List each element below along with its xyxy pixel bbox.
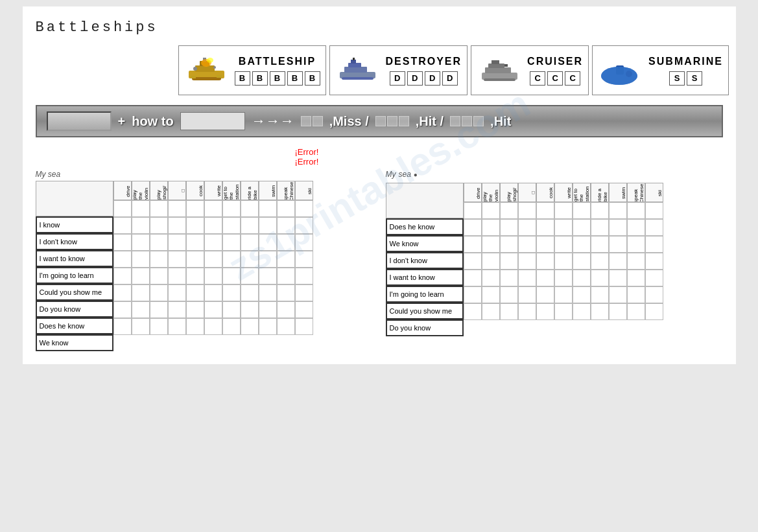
rcell-1-3[interactable]: [500, 202, 518, 219]
rcell-1-6[interactable]: [554, 202, 573, 219]
rcell-5-3[interactable]: [500, 270, 518, 286]
cell-5-3[interactable]: [150, 268, 168, 284]
rcell-4-11[interactable]: [645, 253, 663, 270]
cell-2-2[interactable]: [132, 217, 150, 234]
rcell-2-10[interactable]: [627, 219, 645, 236]
rcell-4-6[interactable]: [554, 253, 573, 270]
cell-4-2[interactable]: [132, 251, 150, 268]
rcell-6-11[interactable]: [645, 286, 663, 303]
cell-8-6[interactable]: [204, 318, 222, 335]
cell-5-6[interactable]: [204, 268, 222, 284]
cell-7-9[interactable]: [259, 301, 277, 318]
rcell-2-6[interactable]: [554, 219, 573, 236]
cell-8-8[interactable]: [241, 318, 259, 335]
rcell-4-4[interactable]: [518, 253, 536, 270]
cell-3-2[interactable]: [132, 234, 150, 251]
cell-6-10[interactable]: [277, 284, 295, 301]
rcell-5-7[interactable]: [573, 270, 591, 286]
cell-5-9[interactable]: [259, 268, 277, 284]
cell-5-7[interactable]: [222, 268, 241, 284]
cell-6-7[interactable]: [222, 284, 241, 301]
cell-8-5[interactable]: [186, 318, 204, 335]
cell-8-11[interactable]: [295, 318, 313, 335]
banner-verb-input[interactable]: [180, 112, 245, 130]
cell-5-5[interactable]: [186, 268, 204, 284]
rcell-3-1[interactable]: [464, 236, 482, 253]
rcell-5-6[interactable]: [554, 270, 573, 286]
rcell-2-4[interactable]: [518, 219, 536, 236]
cell-7-5[interactable]: [186, 301, 204, 318]
cell-6-8[interactable]: [241, 284, 259, 301]
cell-6-9[interactable]: [259, 284, 277, 301]
rcell-5-2[interactable]: [482, 270, 500, 286]
rcell-3-2[interactable]: [482, 236, 500, 253]
rcell-7-4[interactable]: [518, 303, 536, 320]
cell-3-7[interactable]: [222, 234, 241, 251]
cell-4-1[interactable]: [113, 251, 132, 268]
cell-3-3[interactable]: [150, 234, 168, 251]
rcell-7-5[interactable]: [536, 303, 554, 320]
cell-1-3[interactable]: [150, 200, 168, 217]
rcell-3-5[interactable]: [536, 236, 554, 253]
cell-8-1[interactable]: [113, 318, 132, 335]
cell-8-2[interactable]: [132, 318, 150, 335]
cell-3-11[interactable]: [295, 234, 313, 251]
cell-4-5[interactable]: [186, 251, 204, 268]
cell-4-11[interactable]: [295, 251, 313, 268]
cell-3-5[interactable]: [186, 234, 204, 251]
rcell-1-1[interactable]: [464, 202, 482, 219]
rcell-6-7[interactable]: [573, 286, 591, 303]
rcell-3-11[interactable]: [645, 236, 663, 253]
cell-5-4[interactable]: [168, 268, 186, 284]
cell-4-8[interactable]: [241, 251, 259, 268]
cell-2-8[interactable]: [241, 217, 259, 234]
rcell-2-1[interactable]: [464, 219, 482, 236]
rcell-6-8[interactable]: [591, 286, 609, 303]
rcell-7-6[interactable]: [554, 303, 573, 320]
rcell-5-11[interactable]: [645, 270, 663, 286]
rcell-1-8[interactable]: [591, 202, 609, 219]
cell-1-10[interactable]: [277, 200, 295, 217]
cell-4-10[interactable]: [277, 251, 295, 268]
cell-1-9[interactable]: [259, 200, 277, 217]
rcell-2-2[interactable]: [482, 219, 500, 236]
rcell-5-5[interactable]: [536, 270, 554, 286]
cell-6-5[interactable]: [186, 284, 204, 301]
cell-7-11[interactable]: [295, 301, 313, 318]
cell-7-7[interactable]: [222, 301, 241, 318]
cell-6-6[interactable]: [204, 284, 222, 301]
rcell-7-8[interactable]: [591, 303, 609, 320]
cell-7-2[interactable]: [132, 301, 150, 318]
rcell-3-7[interactable]: [573, 236, 591, 253]
rcell-5-9[interactable]: [609, 270, 627, 286]
rcell-6-5[interactable]: [536, 286, 554, 303]
cell-1-7[interactable]: [222, 200, 241, 217]
cell-2-9[interactable]: [259, 217, 277, 234]
rcell-3-9[interactable]: [609, 236, 627, 253]
cell-8-10[interactable]: [277, 318, 295, 335]
cell-6-4[interactable]: [168, 284, 186, 301]
cell-7-1[interactable]: [113, 301, 132, 318]
cell-1-8[interactable]: [241, 200, 259, 217]
cell-7-4[interactable]: [168, 301, 186, 318]
rcell-4-10[interactable]: [627, 253, 645, 270]
rcell-1-5[interactable]: [536, 202, 554, 219]
rcell-7-9[interactable]: [609, 303, 627, 320]
cell-3-1[interactable]: [113, 234, 132, 251]
cell-7-8[interactable]: [241, 301, 259, 318]
cell-6-3[interactable]: [150, 284, 168, 301]
cell-1-6[interactable]: [204, 200, 222, 217]
cell-2-1[interactable]: [113, 217, 132, 234]
cell-4-3[interactable]: [150, 251, 168, 268]
cell-4-4[interactable]: [168, 251, 186, 268]
rcell-1-2[interactable]: [482, 202, 500, 219]
cell-4-7[interactable]: [222, 251, 241, 268]
cell-3-10[interactable]: [277, 234, 295, 251]
cell-1-11[interactable]: [295, 200, 313, 217]
rcell-4-5[interactable]: [536, 253, 554, 270]
rcell-1-7[interactable]: [573, 202, 591, 219]
rcell-5-10[interactable]: [627, 270, 645, 286]
rcell-6-4[interactable]: [518, 286, 536, 303]
rcell-5-1[interactable]: [464, 270, 482, 286]
rcell-1-11[interactable]: [645, 202, 663, 219]
